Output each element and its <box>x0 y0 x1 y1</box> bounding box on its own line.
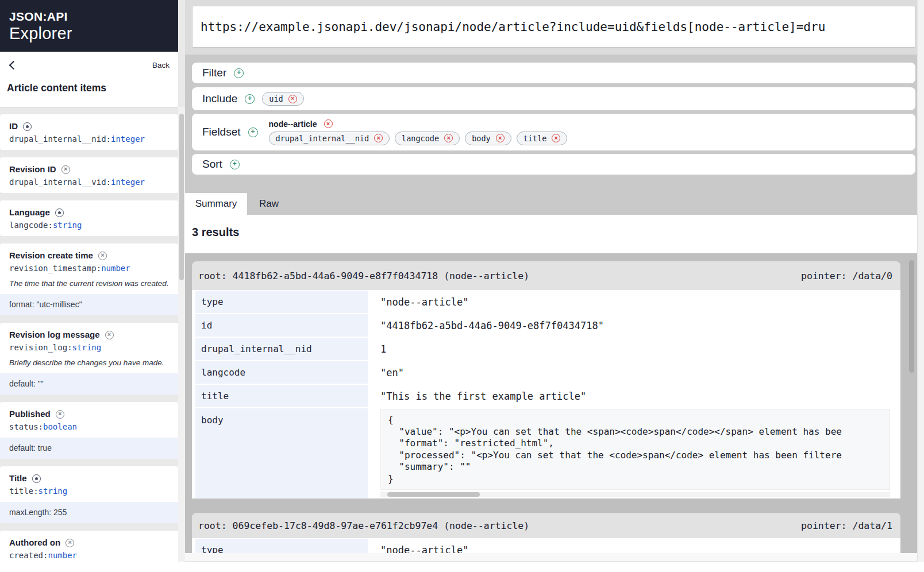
field-label: Revision ID <box>9 164 56 175</box>
field-card-revision-create-time[interactable]: Revision create time revision_timestamp:… <box>0 244 178 315</box>
field-label: Published <box>9 409 51 419</box>
field-description: The time that the current revision was c… <box>9 279 169 288</box>
remove-tag-icon[interactable] <box>552 134 560 142</box>
code-hscrollbar-thumb[interactable] <box>387 492 480 497</box>
field-target-icon <box>23 122 32 131</box>
field-label: Revision create time <box>9 250 93 261</box>
row-value: 1 <box>368 343 386 355</box>
table-row: title "This is the first example article… <box>192 384 900 408</box>
result-pointer: pointer: /data/0 <box>801 270 892 281</box>
back-chevron-icon[interactable] <box>9 61 18 70</box>
field-machine-name: revision_timestamp:number <box>9 263 169 273</box>
remove-tag-icon[interactable] <box>444 134 453 142</box>
include-label: Include <box>202 92 237 105</box>
field-circle-x-icon <box>61 165 70 174</box>
sidebar-nav-panel: Back Article content items <box>0 52 178 107</box>
sidebar-scrollbar-thumb[interactable] <box>179 114 184 280</box>
field-detail: default: true <box>0 438 178 459</box>
result-pointer: pointer: /data/1 <box>801 520 892 531</box>
include-tag-label: uid <box>269 94 283 103</box>
results-count: 3 results <box>185 215 917 239</box>
results-hscrollbar-track[interactable] <box>185 553 917 562</box>
fieldset-content: node--article drupal_internal__nid langc… <box>269 119 568 145</box>
row-key: title <box>195 385 368 407</box>
sidebar-scrollbar-track[interactable] <box>178 107 185 562</box>
result-table: type "node--article" id "4418fb62-a5bd-4… <box>192 290 900 498</box>
row-value-block: { "value": "<p>You can set that the <spa… <box>368 408 900 498</box>
result-table: type "node--article" <box>192 538 900 553</box>
fieldset-tag-label: langcode <box>402 134 439 143</box>
field-label: Revision log message <box>9 330 100 340</box>
field-machine-name: drupal_internal__nid:integer <box>9 134 169 144</box>
field-machine-name: drupal_internal__vid:integer <box>9 177 169 187</box>
fieldset-tag-label: title <box>523 134 547 143</box>
remove-tag-icon[interactable] <box>288 95 297 103</box>
row-key: drupal_internal__nid <box>195 338 368 360</box>
field-label: Authored on <box>9 538 60 548</box>
sidebar-nav-row: Back <box>0 52 178 69</box>
row-value: "node--article" <box>368 544 469 554</box>
app-logo-bottom: Explorer <box>9 24 169 43</box>
app-logo: JSON:API Explorer <box>0 0 178 52</box>
main-area: Filter Include uid Fieldset node--articl… <box>185 0 917 572</box>
field-target-icon <box>55 208 64 217</box>
fieldset-tags: drupal_internal__nid langcode body title <box>269 132 568 145</box>
add-fieldset-icon[interactable] <box>248 127 258 137</box>
field-description: Briefly describe the changes you have ma… <box>9 358 169 368</box>
results-vscrollbar-thumb[interactable] <box>909 260 914 373</box>
field-circle-x-icon <box>56 410 64 419</box>
body-json-code[interactable]: { "value": "<p>You can set that the <spa… <box>380 409 890 490</box>
field-machine-name: langcode:string <box>9 220 169 230</box>
result-card-header: root: 069cefeb-17c8-49d8-97ae-e761f2cb97… <box>192 513 900 538</box>
field-label: Language <box>9 207 50 218</box>
filter-label: Filter <box>202 67 226 79</box>
remove-tag-icon[interactable] <box>374 134 383 142</box>
fieldset-tag-label: body <box>472 134 491 143</box>
result-card: root: 069cefeb-17c8-49d8-97ae-e761f2cb97… <box>192 513 900 553</box>
result-card: root: 4418fb62-a5bd-44a6-9049-e8f7f04347… <box>192 261 900 498</box>
field-circle-x-icon <box>66 539 74 547</box>
row-key: type <box>195 291 368 313</box>
field-card-language[interactable]: Language langcode:string <box>0 200 178 236</box>
page-scrollbar-track[interactable] <box>917 0 924 572</box>
row-key: id <box>195 314 368 337</box>
tab-raw[interactable]: Raw <box>247 193 291 215</box>
back-button[interactable]: Back <box>152 61 170 69</box>
field-card-title[interactable]: Title title:string maxLength: 255 <box>0 466 178 523</box>
row-value: "node--article" <box>368 296 469 308</box>
tab-summary[interactable]: Summary <box>185 193 247 215</box>
url-bar <box>185 0 917 55</box>
result-tabs: Summary Raw <box>185 193 917 215</box>
field-card-id[interactable]: ID drupal_internal__nid:integer <box>0 114 178 150</box>
field-card-authored-on[interactable]: Authored on created:number The time that… <box>0 531 178 562</box>
field-detail: maxLength: 255 <box>0 502 178 523</box>
sidebar: JSON:API Explorer Back Article content i… <box>0 0 185 572</box>
field-card-revision-log-message[interactable]: Revision log message revision_log:string… <box>0 323 178 395</box>
sort-section: Sort <box>192 154 915 175</box>
field-label: ID <box>9 121 18 132</box>
results-header-band: 3 results <box>185 215 917 253</box>
row-value: "en" <box>368 367 404 378</box>
fieldset-section: Fieldset node--article drupal_internal__… <box>192 114 915 150</box>
field-card-published[interactable]: Published status:boolean default: true <box>0 402 178 459</box>
result-root: root: 069cefeb-17c8-49d8-97ae-e761f2cb97… <box>198 520 529 531</box>
field-card-revision-id[interactable]: Revision ID drupal_internal__vid:integer <box>0 157 178 193</box>
table-row: id "4418fb62-a5bd-44a6-9049-e8f7f0434718… <box>192 314 900 337</box>
add-filter-icon[interactable] <box>234 68 244 78</box>
field-detail: format: "utc-millisec" <box>0 294 178 315</box>
row-key: type <box>195 539 368 553</box>
field-machine-name: title:string <box>9 486 169 496</box>
footer-strip <box>0 562 924 572</box>
row-key: langcode <box>195 361 368 384</box>
fieldset-tag: body <box>465 132 511 145</box>
query-builder: Filter Include uid Fieldset node--articl… <box>185 55 917 215</box>
add-include-icon[interactable] <box>245 94 255 104</box>
panel-title: Article content items <box>0 69 178 94</box>
remove-tag-icon[interactable] <box>496 134 505 142</box>
code-hscrollbar-track[interactable] <box>380 492 890 497</box>
table-row: langcode "en" <box>192 361 900 384</box>
field-detail: default: "" <box>0 373 178 395</box>
remove-group-icon[interactable] <box>324 119 333 128</box>
request-url-input[interactable] <box>192 6 915 48</box>
add-sort-icon[interactable] <box>230 160 240 169</box>
